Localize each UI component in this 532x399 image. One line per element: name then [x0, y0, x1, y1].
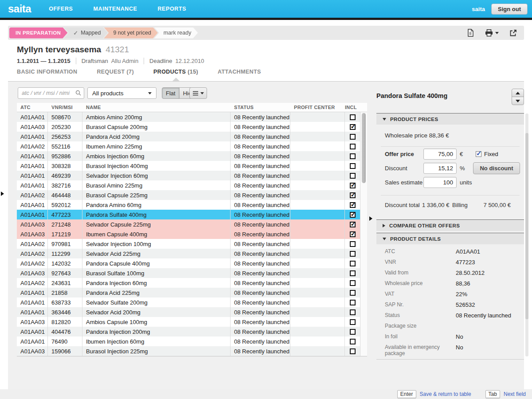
- table-row[interactable]: A01AA0176490Ibumen Injection 60mg08 Rece…: [17, 336, 360, 346]
- include-checkbox[interactable]: [350, 153, 356, 159]
- table-row[interactable]: A01AA01404476Pandora Injection 200mg08 R…: [17, 327, 360, 336]
- include-checkbox[interactable]: [350, 163, 356, 169]
- table-row[interactable]: A01AA02142032Pandora Capsule 400mg08 Rec…: [17, 258, 360, 268]
- table-row[interactable]: A01AA02243631Pandora Injection 60mg08 Re…: [17, 278, 360, 288]
- nav-item-maintenance[interactable]: MAINTENANCE: [94, 6, 137, 12]
- table-row[interactable]: A01AA01508670Ambios Amino 200mg08 Recent…: [17, 112, 360, 122]
- include-checkbox[interactable]: [350, 114, 356, 120]
- include-checkbox[interactable]: [350, 339, 356, 344]
- nav-item-offers[interactable]: OFFERS: [49, 6, 73, 12]
- column-header-profit-center[interactable]: PROFIT CENTER: [290, 105, 345, 110]
- column-header-vnr[interactable]: VNR/MSI: [48, 105, 82, 110]
- table-row[interactable]: A01AA02464448Burasol Capsule 225mg08 Rec…: [17, 190, 360, 200]
- include-checkbox[interactable]: [350, 124, 356, 130]
- panel-scrollbar[interactable]: [525, 113, 528, 356]
- previous-product-button[interactable]: [512, 89, 524, 97]
- table-row[interactable]: A01AA01638733Selvador Sulfate 200mg08 Re…: [17, 297, 360, 307]
- next-field-link[interactable]: Next field: [504, 391, 526, 397]
- table-row[interactable]: A01AA03271248Selvador Capsule 225mg08 Re…: [17, 219, 360, 229]
- sign-out-button[interactable]: Sign out: [491, 4, 528, 15]
- table-row[interactable]: A01AA03812820Ambios Capsule 100mg08 Rece…: [17, 317, 360, 327]
- flat-view-button[interactable]: Flat: [162, 87, 180, 99]
- include-checkbox[interactable]: [350, 144, 356, 149]
- include-checkbox[interactable]: [350, 270, 356, 276]
- include-checkbox[interactable]: [350, 134, 356, 140]
- table-row[interactable]: A01AA02112299Selvador Acid 225mg08 Recen…: [17, 249, 360, 258]
- table-row[interactable]: A01AA02970981Selvador Injection 100mg08 …: [17, 239, 360, 249]
- table-row[interactable]: A01AA03927643Burasol Sulfate 100mg08 Rec…: [17, 268, 360, 278]
- offer-price-input[interactable]: [423, 149, 457, 160]
- search-input[interactable]: [18, 87, 84, 99]
- include-checkbox[interactable]: [350, 348, 356, 354]
- cell-name: Pandora Acid 200mg: [82, 132, 231, 141]
- workflow-step-warning[interactable]: 9 not yet priced: [104, 27, 157, 39]
- document-report-button[interactable]: [467, 29, 474, 37]
- panel-scrollbar-thumb[interactable]: [525, 133, 528, 319]
- next-product-button[interactable]: [512, 97, 524, 105]
- table-row[interactable]: A01AA03205230Burasol Capsule 200mg08 Rec…: [17, 122, 360, 132]
- table-row[interactable]: A01AA0121858Pandora Acid 225mg08 Recentl…: [17, 288, 360, 297]
- include-checkbox[interactable]: [350, 241, 356, 247]
- include-checkbox[interactable]: [350, 202, 356, 208]
- fixed-checkbox[interactable]: [476, 151, 481, 157]
- export-icon: [509, 29, 517, 37]
- tab-products[interactable]: PRODUCTS (15): [153, 69, 198, 81]
- column-header-name[interactable]: NAME: [82, 105, 231, 110]
- export-button[interactable]: [509, 29, 517, 37]
- include-checkbox[interactable]: [350, 173, 356, 179]
- save-return-link[interactable]: Save & return to table: [420, 391, 471, 397]
- table-row[interactable]: A01AA01469239Selvador Injection 60mg08 R…: [17, 171, 360, 180]
- column-header-status[interactable]: STATUS: [231, 105, 290, 110]
- include-checkbox[interactable]: [350, 280, 356, 286]
- table-row[interactable]: A01AA01952886Ambios Injection 60mg08 Rec…: [17, 151, 360, 161]
- sales-estimate-input[interactable]: [423, 177, 457, 188]
- left-panel-handle[interactable]: [1, 192, 4, 196]
- section-product-prices[interactable]: PRODUCT PRICES: [376, 113, 524, 125]
- include-checkbox[interactable]: [350, 251, 356, 257]
- tab-request[interactable]: REQUEST (7): [97, 69, 134, 81]
- table-row[interactable]: A01AA01382716Burasol Amino 225mg08 Recen…: [17, 180, 360, 190]
- tab-attachments[interactable]: ATTACHMENTS: [218, 69, 261, 81]
- include-checkbox[interactable]: [350, 309, 356, 315]
- include-checkbox[interactable]: [350, 222, 356, 227]
- table-row[interactable]: A01AA03159066Burasol Injection 225mg08 R…: [17, 346, 360, 356]
- column-header-atc[interactable]: ATC: [17, 105, 48, 110]
- include-checkbox[interactable]: [350, 319, 356, 325]
- table-row[interactable]: A01AA02552116Ibumen Amino 225mg08 Recent…: [17, 141, 360, 151]
- section-product-details[interactable]: PRODUCT DETAILS: [376, 233, 524, 244]
- tab-basic-information[interactable]: BASIC INFORMATION: [17, 69, 77, 81]
- include-checkbox[interactable]: [350, 290, 356, 296]
- print-menu-button[interactable]: [485, 29, 499, 37]
- product-filter-select[interactable]: All products: [87, 87, 156, 99]
- table-row[interactable]: A01AA03171219Ibumen Capsule 400mg08 Rece…: [17, 229, 360, 239]
- cell-name: Selvador Acid 200mg: [82, 307, 231, 317]
- panel-collapse-handle[interactable]: [369, 216, 372, 221]
- workflow-step-idle[interactable]: mark ready: [154, 27, 198, 39]
- include-checkbox[interactable]: [350, 329, 356, 335]
- fixed-checkbox-wrap[interactable]: Fixed: [476, 151, 498, 157]
- table-row[interactable]: A01AA01477223Pandora Sulfate 400mg08 Rec…: [17, 210, 360, 219]
- nav-item-reports[interactable]: REPORTS: [157, 6, 186, 12]
- cell-vnr: 927643: [48, 268, 82, 278]
- discount-input[interactable]: [423, 163, 457, 174]
- table-row[interactable]: A01AA01592012Pandora Amino 60mg08 Recent…: [17, 200, 360, 210]
- section-compare-other-offers[interactable]: COMPARE OTHER OFFERS: [376, 219, 524, 231]
- include-checkbox[interactable]: [350, 183, 356, 188]
- search-icon[interactable]: [75, 90, 81, 96]
- table-row[interactable]: A01AA01363446Selvador Acid 200mg08 Recen…: [17, 307, 360, 317]
- no-discount-button[interactable]: No discount: [473, 162, 520, 174]
- include-checkbox[interactable]: [350, 212, 356, 218]
- list-menu-button[interactable]: [189, 87, 207, 99]
- workflow-step-done[interactable]: Mapped: [64, 27, 107, 39]
- include-checkbox[interactable]: [350, 231, 356, 237]
- column-header-included[interactable]: INCL: [345, 105, 360, 110]
- table-row[interactable]: A01AA01256253Pandora Acid 200mg08 Recent…: [17, 132, 360, 141]
- product-detail-panel: Pandora Sulfate 400mg PRODUCT PRICES Who…: [375, 82, 524, 389]
- include-checkbox[interactable]: [350, 192, 356, 198]
- table-scrollbar-thumb[interactable]: [362, 113, 366, 183]
- include-checkbox[interactable]: [350, 261, 356, 266]
- table-row[interactable]: A01AA01308328Burasol Injection 400mg08 R…: [17, 161, 360, 171]
- include-checkbox[interactable]: [350, 300, 356, 305]
- table-scrollbar[interactable]: [360, 112, 367, 356]
- workflow-step-current[interactable]: IN PREPARATION: [9, 27, 67, 39]
